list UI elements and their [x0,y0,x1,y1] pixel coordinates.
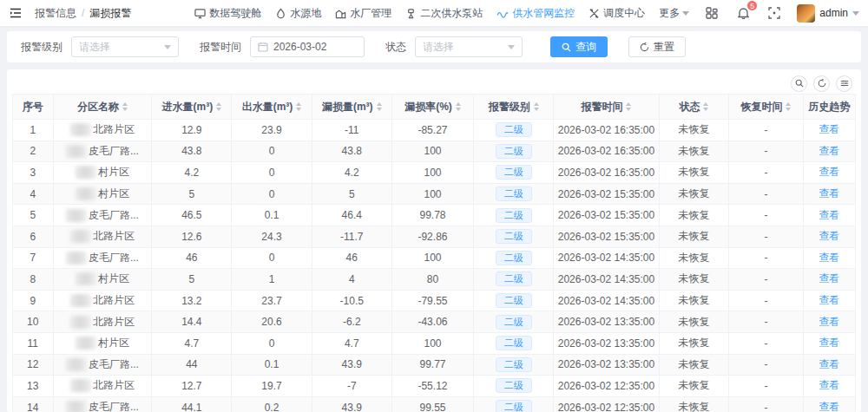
fullscreen-scan-icon[interactable] [766,4,783,22]
view-trend-link[interactable]: 查看 [819,209,839,221]
view-trend-link[interactable]: 查看 [819,187,839,199]
column-settings-button[interactable] [836,75,852,92]
alarm-level-badge: 二级 [496,144,532,159]
cell-loss-rate: 99.55 [391,396,473,412]
nav-item-water-plant[interactable]: 水厂管理 [335,6,391,21]
nav-item-data-cockpit[interactable]: 数据驾驶舱 [194,6,261,21]
sort-icon[interactable] [456,102,461,111]
chevron-down-icon [682,11,689,16]
cell-outflow: 1 [232,269,312,291]
cell-history-trend: 查看 [803,269,855,291]
cell-loss: -10.5 [312,290,391,311]
cell-partition-name: 皮毛厂路... [53,396,152,412]
cell-partition-name: 村片区 [53,162,152,184]
cell-seq: 1 [13,120,54,141]
alarm-level-badge: 二级 [496,400,532,412]
view-trend-link[interactable]: 查看 [819,145,839,157]
cell-loss-rate: 100 [391,332,473,354]
sort-icon[interactable] [377,102,382,111]
alarm-level-select[interactable]: 请选择 [71,36,179,57]
nav-item-dispatch-center[interactable]: 调度中心 [589,6,645,21]
nav-item-pipe-network-monitor[interactable]: 供水管网监控 [496,6,575,21]
column-header[interactable]: 状态 [659,95,729,120]
cell-recover-time: - [729,141,803,162]
toggle-search-button[interactable] [791,75,807,92]
view-trend-link[interactable]: 查看 [819,401,839,412]
cell-recover-time: - [729,311,803,333]
view-trend-link[interactable]: 查看 [819,123,839,135]
view-trend-link[interactable]: 查看 [819,337,839,349]
cell-recover-time: - [729,183,803,205]
cell-loss: 46 [312,247,391,269]
breadcrumb-parent[interactable]: 报警信息 [35,6,76,21]
status-select[interactable]: 请选择 [415,36,523,57]
cell-alarm-time: 2026-03-02 16:35:00 [554,162,659,184]
apps-grid-icon[interactable] [703,4,720,22]
cell-inflow: 12.7 [152,376,232,397]
view-trend-link[interactable]: 查看 [819,166,839,178]
cell-status: 未恢复 [659,226,729,247]
user-menu[interactable]: admin [797,4,859,23]
cell-recover-time: - [729,205,803,226]
view-trend-link[interactable]: 查看 [819,272,839,284]
column-header[interactable]: 进水量(m³) [152,95,232,120]
cell-history-trend: 查看 [803,120,855,141]
column-header[interactable]: 漏损量(m³) [312,95,391,120]
alarm-level-badge: 二级 [496,122,532,137]
table-row: 8 村片区 5 1 4 80 二级 2026-03-02 14:35:00 未恢… [13,269,856,291]
alarm-date-input[interactable]: 2026-03-02 [250,36,365,57]
collapse-menu-icon[interactable] [7,4,24,22]
view-trend-link[interactable]: 查看 [819,379,839,391]
sort-icon[interactable] [626,102,631,111]
notification-bell-icon[interactable]: 5 [734,4,752,22]
refresh-icon [640,43,649,52]
more-menu[interactable]: 更多 [659,6,689,21]
breadcrumb-separator: / [82,7,84,19]
sort-icon[interactable] [296,102,301,111]
table-row: 1 北路片区 12.9 23.9 -11 -85.27 二级 2026-03-0… [13,120,856,141]
sort-icon[interactable] [216,102,221,111]
leak-alarm-page: 报警信息 / 漏损报警 数据驾驶舱 水源地 [0,0,868,412]
column-header[interactable]: 报警时间 [554,95,659,120]
column-header[interactable]: 出水量(m³) [232,95,312,120]
column-header[interactable]: 历史趋势 [803,95,855,120]
cell-loss-rate: -79.55 [391,290,473,311]
redacted-blur [66,145,87,158]
column-header[interactable]: 序号 [13,95,54,120]
cell-loss: 4.7 [312,332,391,354]
nav-item-pump-station[interactable]: 二次供水泵站 [405,6,483,21]
cell-partition-name: 北路片区 [53,120,152,141]
cell-status: 未恢复 [659,396,729,412]
redacted-blur [76,337,96,350]
table-row: 11 村片区 4.7 0 4.7 100 二级 2026-03-02 13:35… [13,332,856,354]
cell-loss: 5 [312,183,391,205]
dispatch-center-icon [589,8,600,19]
cell-partition-name: 皮毛厂路... [53,205,152,226]
cell-recover-time: - [729,226,803,247]
cell-alarm-level: 二级 [474,205,554,226]
column-header[interactable]: 报警级别 [474,95,554,120]
sort-icon[interactable] [786,102,791,111]
view-trend-link[interactable]: 查看 [819,294,839,306]
cell-seq: 4 [13,183,54,205]
view-trend-link[interactable]: 查看 [819,252,839,264]
cell-status: 未恢复 [659,290,729,311]
cell-recover-time: - [729,162,803,184]
refresh-table-button[interactable] [813,75,830,92]
filter-bar: 报警级别 请选择 报警时间 2026-03-02 状态 请选择 [7,31,861,62]
column-header[interactable]: 分区名称 [53,95,152,120]
sort-icon[interactable] [122,102,128,111]
cell-loss-rate: 99.78 [391,205,473,226]
column-header[interactable]: 恢复时间 [729,95,803,120]
nav-item-water-source[interactable]: 水源地 [275,6,321,21]
sort-icon[interactable] [534,102,539,111]
sort-icon[interactable] [703,102,708,111]
redacted-blur [70,123,91,136]
cell-loss-rate: -92.86 [391,226,473,247]
view-trend-link[interactable]: 查看 [819,316,839,328]
search-button[interactable]: 查询 [550,36,608,57]
view-trend-link[interactable]: 查看 [819,358,839,370]
column-header[interactable]: 漏损率(%) [391,95,473,120]
reset-button[interactable]: 重置 [628,36,686,57]
view-trend-link[interactable]: 查看 [819,230,839,242]
